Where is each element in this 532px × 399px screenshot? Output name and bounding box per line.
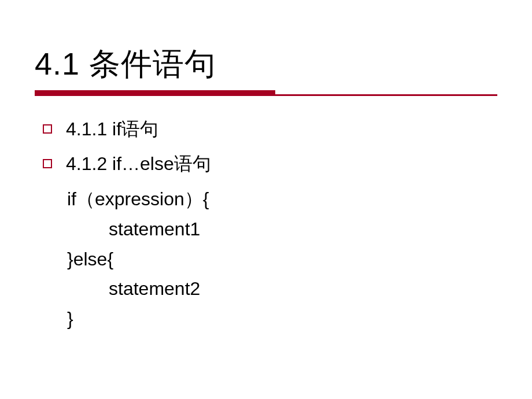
- code-line: if（expression）{: [67, 184, 497, 215]
- code-line: statement1: [67, 215, 497, 245]
- rule-thin: [275, 94, 497, 96]
- code-line: statement2: [67, 274, 497, 304]
- slide-container: 4.1 条件语句 4.1.1 if语句 4.1.2 if…else语句 if（e…: [0, 0, 532, 357]
- slide-content: 4.1.1 if语句 4.1.2 if…else语句 if（expression…: [35, 115, 497, 334]
- rule-thick: [35, 90, 275, 96]
- bullet-item: 4.1.1 if语句: [43, 115, 497, 143]
- bullet-label: 4.1.2 if…else语句: [66, 150, 211, 178]
- heading-rule: [35, 90, 497, 100]
- square-bullet-icon: [43, 159, 52, 168]
- code-line: }: [67, 304, 497, 334]
- bullet-item: 4.1.2 if…else语句: [43, 150, 497, 178]
- code-line: }else{: [67, 245, 497, 275]
- square-bullet-icon: [43, 124, 52, 134]
- bullet-label: 4.1.1 if语句: [66, 115, 158, 143]
- code-block: if（expression）{ statement1 }else{ statem…: [43, 184, 497, 334]
- slide-heading: 4.1 条件语句: [35, 43, 497, 86]
